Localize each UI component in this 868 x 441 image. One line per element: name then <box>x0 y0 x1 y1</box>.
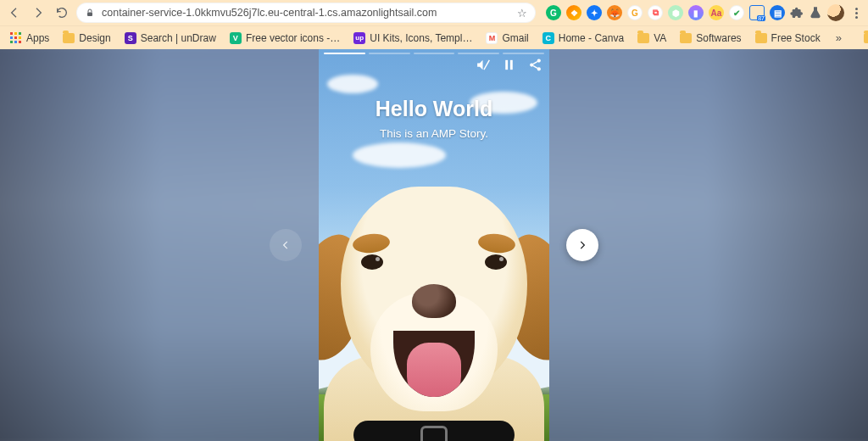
ext-color-icon[interactable]: ❖ <box>566 5 581 20</box>
story-prev-button[interactable] <box>270 229 302 261</box>
ext-g-icon[interactable]: G <box>627 5 643 20</box>
ext-check-icon[interactable]: ✔ <box>729 5 744 20</box>
address-row: container-service-1.0kkmvu526j7lc.eu-cen… <box>0 0 868 25</box>
ext-metamask-icon[interactable]: 🦊 <box>607 5 622 20</box>
ext-green-icon[interactable]: ⬢ <box>668 5 683 20</box>
story-dog-image <box>319 153 549 441</box>
svg-point-6 <box>537 67 541 70</box>
back-button[interactable] <box>5 3 24 22</box>
bookmark-item[interactable]: VA <box>632 31 671 46</box>
pause-icon[interactable] <box>502 58 516 75</box>
folder-icon <box>680 33 692 43</box>
bookmarks-bar: Apps Design SSearch | unDraw VFree vecto… <box>0 25 868 49</box>
progress-segment <box>503 53 544 54</box>
ext-purple-icon[interactable]: ▮ <box>688 5 704 20</box>
profile-avatar[interactable] <box>827 4 844 21</box>
apps-shortcut[interactable]: Apps <box>5 31 54 46</box>
address-bar[interactable]: container-service-1.0kkmvu526j7lc.eu-cen… <box>76 3 536 23</box>
bookmark-item[interactable]: SSearch | unDraw <box>120 31 221 46</box>
ext-flask-icon[interactable] <box>809 6 822 20</box>
story-next-button[interactable] <box>566 229 598 261</box>
ext-bracket-icon[interactable]: ⧉ <box>648 5 663 20</box>
svg-rect-0 <box>87 13 92 17</box>
favicon: V <box>230 32 242 44</box>
extension-icons: G ❖ ✦ 🦊 G ⧉ ⬢ ▮ Aa ✔ ▤ <box>541 4 863 21</box>
ext-grammarly-icon[interactable]: G <box>546 5 561 20</box>
story-progress-bar[interactable] <box>324 53 544 54</box>
progress-segment <box>324 53 365 54</box>
progress-segment <box>458 53 499 54</box>
bookmark-item[interactable]: Design <box>58 31 115 46</box>
svg-point-5 <box>530 63 533 66</box>
forward-button[interactable] <box>29 3 47 22</box>
gmail-icon: M <box>486 32 498 44</box>
folder-icon <box>755 33 767 43</box>
bookmark-item[interactable]: Softwares <box>675 31 746 46</box>
progress-segment <box>414 53 455 54</box>
progress-segment <box>369 53 410 54</box>
svg-rect-3 <box>510 60 513 70</box>
page-viewport: Hello World This is an AMP Story. <box>0 49 868 441</box>
bookmark-item[interactable]: VFree vector icons -… <box>225 31 345 46</box>
folder-icon <box>637 33 649 43</box>
story-subtitle: This is an AMP Story. <box>319 127 549 140</box>
extensions-puzzle-icon[interactable] <box>790 6 804 20</box>
share-icon[interactable] <box>528 58 542 75</box>
ext-doc-icon[interactable]: ▤ <box>770 5 785 20</box>
apps-icon <box>10 32 22 44</box>
chrome-menu-icon[interactable] <box>849 8 863 19</box>
browser-chrome: container-service-1.0kkmvu526j7lc.eu-cen… <box>0 0 868 49</box>
reload-button[interactable] <box>53 3 71 22</box>
bookmark-star-icon[interactable]: ☆ <box>517 7 527 20</box>
ext-aa-icon[interactable]: Aa <box>709 5 724 20</box>
svg-point-4 <box>537 59 541 62</box>
bookmark-item[interactable]: MGmail <box>481 31 533 46</box>
mute-icon[interactable] <box>476 58 490 75</box>
favicon: up <box>353 32 365 44</box>
bookmark-item[interactable]: Free Stock <box>750 31 826 46</box>
amp-story-card[interactable]: Hello World This is an AMP Story. <box>319 49 549 441</box>
apps-label: Apps <box>26 32 49 44</box>
bookmark-item[interactable]: upUI Kits, Icons, Templ… <box>348 31 477 46</box>
other-bookmarks[interactable]: Other bookmarks <box>859 31 868 46</box>
folder-icon <box>63 33 75 43</box>
svg-rect-2 <box>505 60 508 70</box>
lock-icon <box>85 8 95 18</box>
svg-line-1 <box>484 60 489 70</box>
ext-badge-icon[interactable] <box>749 5 765 20</box>
favicon: C <box>542 32 554 44</box>
folder-icon <box>864 33 868 43</box>
bookmarks-overflow-icon[interactable]: » <box>832 31 845 44</box>
story-title: Hello World <box>319 97 549 121</box>
favicon: S <box>125 32 136 44</box>
url-text: container-service-1.0kkmvu526j7lc.eu-cen… <box>102 7 510 19</box>
bookmark-item[interactable]: CHome - Canva <box>537 31 629 46</box>
ext-blue-icon[interactable]: ✦ <box>587 5 602 20</box>
